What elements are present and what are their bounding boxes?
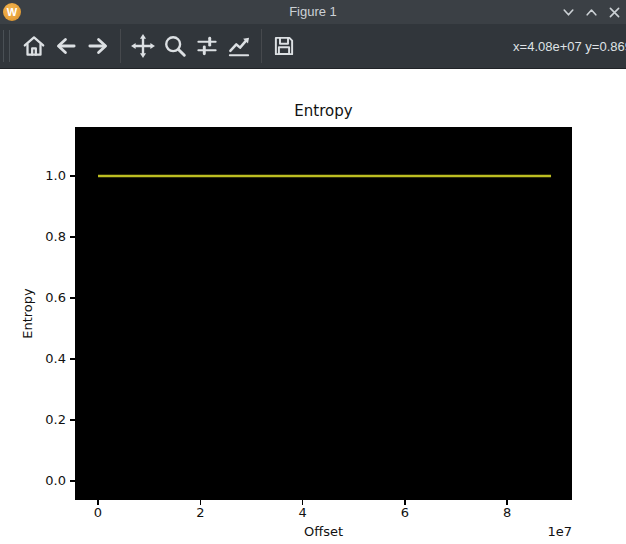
x-tick-label: 8 [493,505,521,520]
x-tick-label: 6 [391,505,419,520]
back-button[interactable] [51,30,81,62]
y-tick-label: 1.0 [28,168,66,183]
x-tick-label: 4 [289,505,317,520]
y-tick-mark [70,419,75,421]
y-tick-mark [70,236,75,238]
save-button[interactable] [269,30,299,62]
x-axis-offset-multiplier: 1e7 [472,524,572,539]
home-icon [21,33,47,59]
x-tick-label: 0 [84,505,112,520]
x-tick-label: 2 [186,505,214,520]
forward-button[interactable] [83,30,113,62]
line-chart-icon [225,33,253,59]
toolbar-grip-handle[interactable] [3,30,10,62]
zoom-button[interactable] [160,30,190,62]
magnifier-icon [162,33,188,59]
toolbar-separator [120,29,121,63]
pan-move-icon [130,33,156,59]
save-floppy-icon [271,33,297,59]
minimize-icon[interactable] [561,5,575,19]
y-tick-label: 0.4 [28,351,66,366]
maximize-icon[interactable] [584,5,598,19]
y-tick-label: 0.6 [28,290,66,305]
back-arrow-icon [53,33,79,59]
y-axis-label: Entropy [20,264,37,364]
forward-arrow-icon [85,33,111,59]
figure-canvas[interactable]: Entropy Entropy Offset 1e7 024680.00.20.… [0,69,626,544]
edit-parameters-button[interactable] [224,30,254,62]
y-tick-mark [70,175,75,177]
y-tick-label: 0.8 [28,229,66,244]
window-titlebar[interactable]: W Figure 1 [0,0,626,24]
y-tick-mark [70,358,75,360]
navigation-toolbar: x=4.08e+07 y=0.869 [0,24,626,69]
y-tick-mark [70,480,75,482]
y-tick-label: 0.0 [28,473,66,488]
chart-title: Entropy [75,102,572,120]
y-tick-label: 0.2 [28,412,66,427]
toolbar-separator [261,29,262,63]
pan-button[interactable] [128,30,158,62]
data-line-layer [75,127,572,500]
y-tick-mark [70,297,75,299]
close-icon[interactable] [607,5,621,19]
sliders-icon [194,33,220,59]
cursor-coordinates-readout: x=4.08e+07 y=0.869 [513,24,626,69]
home-button[interactable] [19,30,49,62]
window-controls [561,0,621,24]
window-title: Figure 1 [0,0,626,24]
configure-subplots-button[interactable] [192,30,222,62]
